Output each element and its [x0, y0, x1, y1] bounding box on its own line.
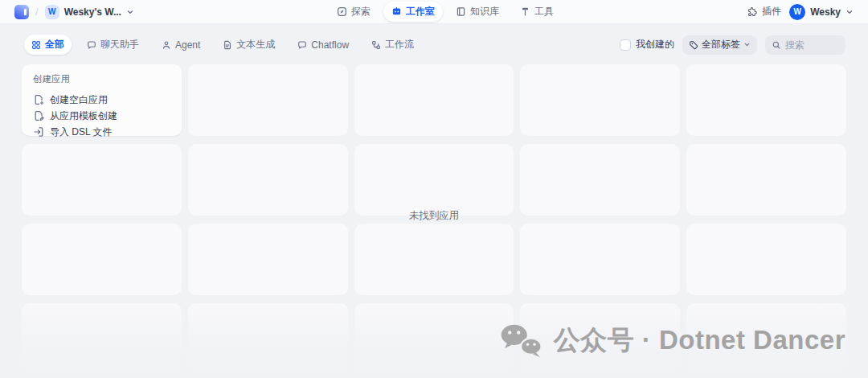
tab-chat-assistant[interactable]: 聊天助手 — [80, 35, 146, 55]
app-card-placeholder — [22, 303, 182, 375]
top-navbar: / W Wesky's W... 探索 工作室 知识库 — [0, 0, 868, 24]
created-by-me-label: 我创建的 — [636, 38, 674, 51]
grid-icon — [31, 40, 41, 50]
tag-filter-dropdown[interactable]: 全部标签 — [682, 35, 757, 55]
plugins-label: 插件 — [762, 5, 781, 18]
create-item-label: 从应用模板创建 — [50, 109, 117, 123]
agent-icon — [162, 40, 171, 50]
create-item-label: 导入 DSL 文件 — [50, 125, 113, 139]
chat-icon — [297, 40, 307, 50]
user-name: Wesky — [810, 6, 841, 18]
nav-item-label: 工作室 — [406, 5, 435, 18]
doc-icon — [223, 40, 232, 50]
create-app-card: 创建应用 创建空白应用 从应用模板创建 导入 DSL 文件 — [22, 64, 182, 136]
create-item-label: 创建空白应用 — [50, 93, 108, 107]
app-card-placeholder — [354, 144, 514, 216]
created-by-me-checkbox[interactable]: 我创建的 — [620, 38, 674, 51]
app-card-placeholder — [686, 144, 846, 216]
chevron-down-icon — [126, 8, 134, 16]
chevron-down-icon — [743, 41, 751, 48]
tab-label: 全部 — [45, 38, 64, 51]
tab-agent[interactable]: Agent — [154, 36, 207, 54]
app-card-placeholder — [188, 224, 348, 295]
tab-label: 文本生成 — [236, 38, 275, 51]
puzzle-icon — [747, 6, 758, 17]
nav-item-explore[interactable]: 探索 — [329, 2, 379, 22]
search-icon — [772, 40, 781, 50]
app-type-tabs: 全部 聊天助手 Agent 文本生成 Chatflow — [24, 35, 421, 55]
avatar: W — [789, 4, 805, 20]
app-card-placeholder — [22, 224, 182, 295]
app-card-placeholder — [520, 144, 680, 216]
nav-item-tools[interactable]: 工具 — [512, 2, 562, 22]
nav-item-label: 工具 — [534, 5, 554, 18]
header-right: 插件 W Wesky — [747, 4, 854, 20]
chevron-down-icon — [845, 8, 854, 16]
filter-controls: 我创建的 全部标签 — [620, 35, 845, 55]
tab-label: Chatflow — [311, 39, 349, 51]
watermark-text: 公众号 · Dotnet Dancer — [554, 323, 845, 359]
tab-all[interactable]: 全部 — [24, 35, 72, 55]
app-card-placeholder — [520, 224, 680, 295]
app-card-placeholder — [354, 303, 514, 375]
workflow-icon — [371, 40, 381, 50]
plugins-button[interactable]: 插件 — [747, 5, 781, 18]
hammer-icon — [520, 6, 530, 17]
robot-icon — [391, 6, 402, 17]
app-card-placeholder — [686, 224, 846, 295]
app-card-placeholder — [188, 303, 348, 375]
nav-item-label: 探索 — [351, 5, 371, 18]
tab-text-generation[interactable]: 文本生成 — [215, 35, 282, 55]
tab-chatflow[interactable]: Chatflow — [290, 36, 356, 54]
create-blank-app-button[interactable]: 创建空白应用 — [33, 92, 170, 108]
nav-item-label: 知识库 — [470, 5, 499, 18]
app-card-placeholder — [22, 144, 182, 216]
chat-icon — [87, 40, 96, 50]
app-card-placeholder — [686, 64, 846, 136]
workspace-name: Wesky's W... — [64, 6, 121, 18]
tag-icon — [689, 40, 698, 50]
nav-item-knowledge[interactable]: 知识库 — [448, 2, 507, 22]
wechat-icon — [500, 323, 543, 359]
search-input[interactable] — [785, 39, 840, 51]
watermark: 公众号 · Dotnet Dancer — [500, 323, 845, 359]
file-template-icon — [33, 110, 44, 121]
file-plus-icon — [33, 94, 44, 105]
account-menu[interactable]: W Wesky — [789, 4, 854, 20]
tab-workflow[interactable]: 工作流 — [364, 35, 421, 55]
main-nav: 探索 工作室 知识库 工具 — [329, 0, 562, 23]
workspace-switcher[interactable]: W Wesky's W... — [45, 5, 134, 19]
file-import-icon — [33, 126, 44, 138]
compass-icon — [337, 6, 347, 17]
studio-toolbar: 全部 聊天助手 Agent 文本生成 Chatflow — [0, 24, 868, 55]
book-icon — [456, 6, 466, 17]
create-app-title: 创建应用 — [33, 73, 170, 85]
breadcrumb-separator: / — [35, 6, 39, 18]
nav-item-studio[interactable]: 工作室 — [383, 2, 443, 22]
import-dsl-button[interactable]: 导入 DSL 文件 — [33, 124, 170, 140]
tag-filter-label: 全部标签 — [702, 38, 740, 51]
app-card-placeholder — [520, 64, 680, 136]
checkbox-icon — [620, 39, 631, 51]
create-from-template-button[interactable]: 从应用模板创建 — [33, 108, 170, 124]
app-card-placeholder — [188, 144, 348, 216]
app-card-placeholder — [188, 64, 348, 136]
app-card-placeholder — [354, 224, 514, 295]
tab-label: Agent — [175, 39, 200, 51]
app-logo[interactable] — [14, 5, 29, 19]
app-card-placeholder — [354, 64, 514, 136]
search-box — [765, 35, 845, 55]
tab-label: 聊天助手 — [100, 38, 139, 51]
tab-label: 工作流 — [385, 38, 414, 51]
workspace-badge: W — [45, 5, 59, 19]
